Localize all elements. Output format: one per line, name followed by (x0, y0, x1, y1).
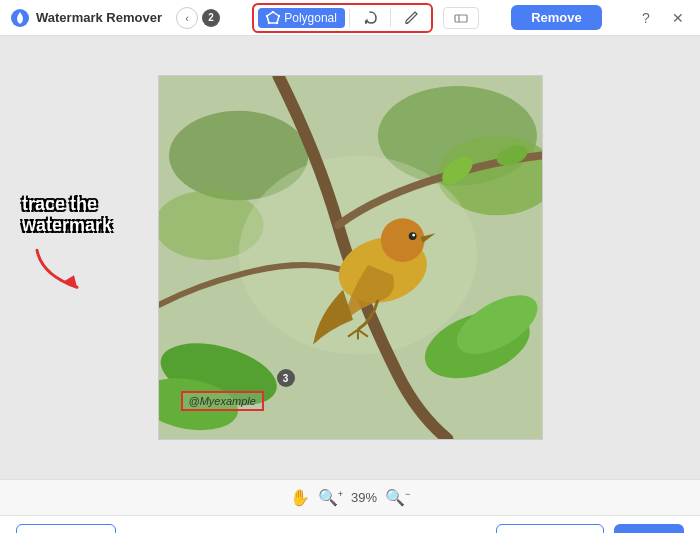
nav-buttons: ‹ 2 (176, 7, 220, 29)
eraser-icon (454, 11, 468, 25)
step2-badge: 2 (202, 9, 220, 27)
arrow-icon (22, 245, 102, 300)
crop-save-button[interactable]: Crop & Save (496, 524, 604, 533)
brush-tool-button[interactable] (395, 7, 427, 29)
selection-tool-group: Polygonal (252, 3, 433, 33)
svg-point-5 (268, 21, 270, 23)
remove-button[interactable]: Remove (511, 5, 602, 30)
help-button[interactable]: ? (634, 6, 658, 30)
action-bar: New Image Crop & Save Save (0, 515, 700, 533)
annotation-line1: trace the (22, 194, 112, 216)
tool-divider2 (390, 9, 391, 27)
toolbar-center: Polygonal (252, 3, 479, 33)
zoom-controls: ✋ 🔍+ 39% 🔍− (290, 488, 411, 507)
action-right-buttons: Crop & Save Save (496, 524, 684, 533)
zoom-out-icon[interactable]: 🔍− (385, 488, 410, 507)
tool-divider (349, 9, 350, 27)
svg-point-4 (276, 21, 278, 23)
lasso-tool-button[interactable] (354, 7, 386, 29)
save-button[interactable]: Save (614, 524, 684, 533)
title-right: ? ✕ (634, 6, 690, 30)
step3-badge: 3 (277, 369, 295, 387)
polygonal-icon (266, 11, 280, 25)
main-canvas-area: trace the watermark (0, 36, 700, 479)
new-image-button[interactable]: New Image (16, 524, 116, 533)
eraser-area-button[interactable] (443, 7, 479, 29)
title-bar: Watermark Remover ‹ 2 Polygonal (0, 0, 700, 36)
svg-marker-9 (64, 275, 77, 287)
zoom-level: 39% (351, 490, 377, 505)
close-button[interactable]: ✕ (666, 6, 690, 30)
hand-tool-icon[interactable]: ✋ (290, 488, 310, 507)
svg-rect-7 (455, 15, 467, 22)
polygonal-label: Polygonal (284, 11, 337, 25)
image-canvas[interactable]: @Myexample 3 (158, 75, 543, 440)
app-logo-icon (10, 8, 30, 28)
watermark-selection-box[interactable]: @Myexample (181, 391, 264, 411)
title-left: Watermark Remover ‹ 2 (10, 7, 220, 29)
status-bar: ✋ 🔍+ 39% 🔍− (0, 479, 700, 515)
svg-marker-1 (267, 12, 279, 23)
brush-icon (403, 10, 419, 26)
annotation-overlay: trace the watermark (22, 194, 112, 300)
svg-rect-26 (159, 76, 542, 439)
watermark-text: @Myexample (189, 395, 256, 407)
zoom-in-icon[interactable]: 🔍+ (318, 488, 343, 507)
lasso-icon (362, 10, 378, 26)
annotation-line2: watermark (22, 215, 112, 237)
back-button[interactable]: ‹ (176, 7, 198, 29)
app-title: Watermark Remover (36, 10, 162, 25)
bird-scene-svg (159, 76, 542, 439)
polygonal-tool-button[interactable]: Polygonal (258, 8, 345, 28)
